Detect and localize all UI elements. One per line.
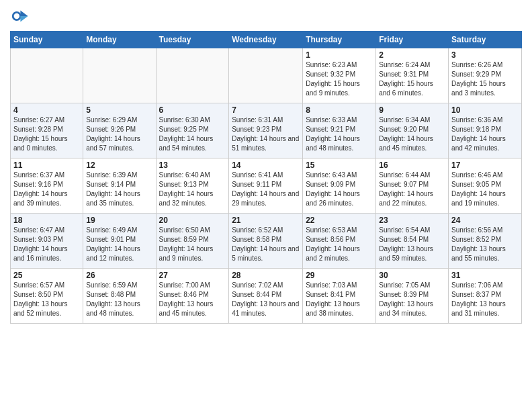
col-header-sunday: Sunday	[11, 32, 83, 48]
day-info: Sunrise: 6:36 AM Sunset: 9:18 PM Dayligh…	[451, 116, 519, 153]
day-cell: 2Sunrise: 6:24 AM Sunset: 9:31 PM Daylig…	[376, 48, 449, 103]
day-info: Sunrise: 6:30 AM Sunset: 9:25 PM Dayligh…	[159, 116, 226, 153]
day-cell: 21Sunrise: 6:52 AM Sunset: 8:58 PM Dayli…	[229, 214, 303, 269]
logo	[10, 7, 32, 26]
day-info: Sunrise: 7:06 AM Sunset: 8:37 PM Dayligh…	[451, 281, 519, 318]
day-info: Sunrise: 7:05 AM Sunset: 8:39 PM Dayligh…	[379, 281, 445, 318]
day-info: Sunrise: 7:02 AM Sunset: 8:44 PM Dayligh…	[232, 281, 300, 318]
day-number: 16	[379, 161, 445, 170]
day-cell: 18Sunrise: 6:47 AM Sunset: 9:03 PM Dayli…	[11, 214, 83, 269]
day-info: Sunrise: 6:49 AM Sunset: 9:01 PM Dayligh…	[86, 226, 152, 263]
day-cell: 8Sunrise: 6:33 AM Sunset: 9:21 PM Daylig…	[303, 103, 376, 158]
day-info: Sunrise: 6:29 AM Sunset: 9:26 PM Dayligh…	[86, 116, 152, 153]
day-number: 31	[451, 271, 519, 280]
day-number: 13	[159, 161, 226, 170]
day-info: Sunrise: 6:53 AM Sunset: 8:56 PM Dayligh…	[306, 226, 373, 263]
day-info: Sunrise: 6:40 AM Sunset: 9:13 PM Dayligh…	[159, 171, 226, 208]
week-row-1: 1Sunrise: 6:23 AM Sunset: 9:32 PM Daylig…	[11, 48, 522, 103]
day-info: Sunrise: 6:26 AM Sunset: 9:29 PM Dayligh…	[451, 60, 519, 98]
svg-marker-3	[20, 16, 28, 21]
col-header-wednesday: Wednesday	[229, 32, 303, 48]
day-info: Sunrise: 6:54 AM Sunset: 8:54 PM Dayligh…	[379, 226, 445, 263]
day-cell: 23Sunrise: 6:54 AM Sunset: 8:54 PM Dayli…	[376, 214, 449, 269]
day-cell: 1Sunrise: 6:23 AM Sunset: 9:32 PM Daylig…	[303, 48, 376, 103]
day-info: Sunrise: 6:59 AM Sunset: 8:48 PM Dayligh…	[86, 281, 152, 318]
day-number: 30	[379, 271, 445, 280]
day-info: Sunrise: 7:03 AM Sunset: 8:41 PM Dayligh…	[306, 281, 373, 318]
day-cell: 26Sunrise: 6:59 AM Sunset: 8:48 PM Dayli…	[83, 269, 156, 324]
day-number: 27	[159, 271, 226, 280]
day-info: Sunrise: 6:57 AM Sunset: 8:50 PM Dayligh…	[13, 281, 80, 318]
day-number: 22	[306, 216, 373, 225]
day-cell: 13Sunrise: 6:40 AM Sunset: 9:13 PM Dayli…	[156, 158, 229, 214]
day-info: Sunrise: 6:24 AM Sunset: 9:31 PM Dayligh…	[379, 60, 445, 98]
day-number: 2	[379, 50, 445, 60]
day-number: 14	[232, 161, 300, 170]
header-row: SundayMondayTuesdayWednesdayThursdayFrid…	[11, 32, 522, 48]
day-info: Sunrise: 6:33 AM Sunset: 9:21 PM Dayligh…	[306, 116, 373, 153]
day-info: Sunrise: 6:23 AM Sunset: 9:32 PM Dayligh…	[306, 60, 373, 98]
day-cell: 6Sunrise: 6:30 AM Sunset: 9:25 PM Daylig…	[156, 103, 229, 158]
day-info: Sunrise: 6:56 AM Sunset: 8:52 PM Dayligh…	[451, 226, 519, 263]
day-cell	[156, 48, 229, 103]
day-info: Sunrise: 6:47 AM Sunset: 9:03 PM Dayligh…	[13, 226, 80, 263]
week-row-4: 18Sunrise: 6:47 AM Sunset: 9:03 PM Dayli…	[11, 214, 522, 269]
day-cell: 25Sunrise: 6:57 AM Sunset: 8:50 PM Dayli…	[11, 269, 83, 324]
day-number: 25	[13, 271, 80, 280]
day-info: Sunrise: 6:37 AM Sunset: 9:16 PM Dayligh…	[13, 171, 80, 208]
day-cell: 4Sunrise: 6:27 AM Sunset: 9:28 PM Daylig…	[11, 103, 83, 158]
week-row-5: 25Sunrise: 6:57 AM Sunset: 8:50 PM Dayli…	[11, 269, 522, 324]
day-number: 5	[86, 105, 152, 115]
day-cell: 12Sunrise: 6:39 AM Sunset: 9:14 PM Dayli…	[83, 158, 156, 214]
day-number: 15	[306, 161, 373, 170]
day-cell: 5Sunrise: 6:29 AM Sunset: 9:26 PM Daylig…	[83, 103, 156, 158]
day-number: 7	[232, 105, 300, 115]
col-header-monday: Monday	[83, 32, 156, 48]
day-number: 6	[159, 105, 226, 115]
day-info: Sunrise: 6:52 AM Sunset: 8:58 PM Dayligh…	[232, 226, 300, 263]
day-cell: 31Sunrise: 7:06 AM Sunset: 8:37 PM Dayli…	[449, 269, 522, 324]
day-info: Sunrise: 7:00 AM Sunset: 8:46 PM Dayligh…	[159, 281, 226, 318]
day-cell: 7Sunrise: 6:31 AM Sunset: 9:23 PM Daylig…	[229, 103, 303, 158]
day-number: 12	[86, 161, 152, 170]
week-row-2: 4Sunrise: 6:27 AM Sunset: 9:28 PM Daylig…	[11, 103, 522, 158]
day-cell: 15Sunrise: 6:43 AM Sunset: 9:09 PM Dayli…	[303, 158, 376, 214]
day-cell: 27Sunrise: 7:00 AM Sunset: 8:46 PM Dayli…	[156, 269, 229, 324]
day-cell: 19Sunrise: 6:49 AM Sunset: 9:01 PM Dayli…	[83, 214, 156, 269]
day-number: 21	[232, 216, 300, 225]
day-cell	[11, 48, 83, 103]
day-cell: 16Sunrise: 6:44 AM Sunset: 9:07 PM Dayli…	[376, 158, 449, 214]
day-info: Sunrise: 6:44 AM Sunset: 9:07 PM Dayligh…	[379, 171, 445, 208]
day-cell: 22Sunrise: 6:53 AM Sunset: 8:56 PM Dayli…	[303, 214, 376, 269]
day-cell: 24Sunrise: 6:56 AM Sunset: 8:52 PM Dayli…	[449, 214, 522, 269]
day-number: 10	[451, 105, 519, 115]
day-info: Sunrise: 6:50 AM Sunset: 8:59 PM Dayligh…	[159, 226, 226, 263]
col-header-tuesday: Tuesday	[156, 32, 229, 48]
day-number: 1	[306, 50, 373, 60]
day-info: Sunrise: 6:31 AM Sunset: 9:23 PM Dayligh…	[232, 116, 300, 153]
svg-marker-2	[20, 11, 28, 16]
day-number: 11	[13, 161, 80, 170]
day-number: 28	[232, 271, 300, 280]
day-cell: 11Sunrise: 6:37 AM Sunset: 9:16 PM Dayli…	[11, 158, 83, 214]
day-info: Sunrise: 6:41 AM Sunset: 9:11 PM Dayligh…	[232, 171, 300, 208]
day-info: Sunrise: 6:34 AM Sunset: 9:20 PM Dayligh…	[379, 116, 445, 153]
page: SundayMondayTuesdayWednesdayThursdayFrid…	[0, 0, 532, 330]
day-cell	[83, 48, 156, 103]
day-info: Sunrise: 6:27 AM Sunset: 9:28 PM Dayligh…	[13, 116, 80, 153]
day-number: 17	[451, 161, 519, 170]
day-cell: 10Sunrise: 6:36 AM Sunset: 9:18 PM Dayli…	[449, 103, 522, 158]
day-info: Sunrise: 6:43 AM Sunset: 9:09 PM Dayligh…	[306, 171, 373, 208]
day-number: 20	[159, 216, 226, 225]
day-number: 18	[13, 216, 80, 225]
logo-icon	[10, 7, 29, 26]
day-cell: 17Sunrise: 6:46 AM Sunset: 9:05 PM Dayli…	[449, 158, 522, 214]
day-number: 8	[306, 105, 373, 115]
day-cell: 14Sunrise: 6:41 AM Sunset: 9:11 PM Dayli…	[229, 158, 303, 214]
svg-point-1	[14, 13, 19, 19]
day-number: 19	[86, 216, 152, 225]
col-header-friday: Friday	[376, 32, 449, 48]
day-cell: 9Sunrise: 6:34 AM Sunset: 9:20 PM Daylig…	[376, 103, 449, 158]
day-number: 29	[306, 271, 373, 280]
day-info: Sunrise: 6:46 AM Sunset: 9:05 PM Dayligh…	[451, 171, 519, 208]
